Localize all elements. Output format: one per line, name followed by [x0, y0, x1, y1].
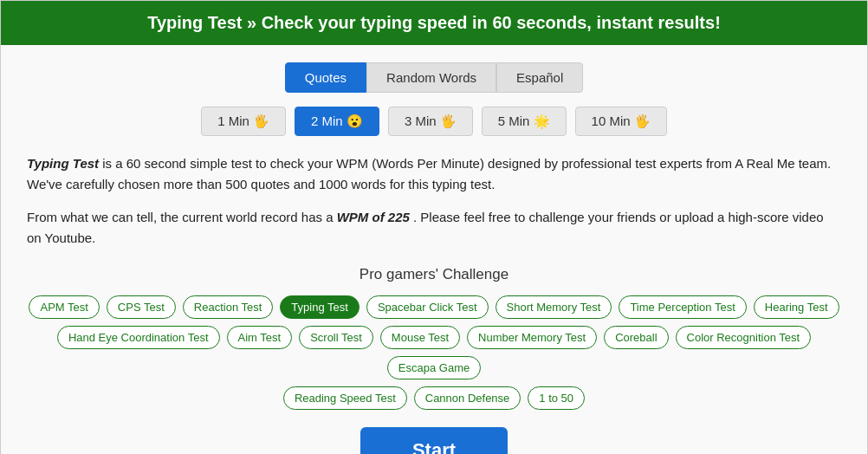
- header-title: Typing Test » Check your typing speed in…: [147, 13, 721, 32]
- main-content: Quotes Random Words Español 1 Min 🖐 2 Mi…: [1, 45, 867, 454]
- description-text1: is a 60 second simple test to check your…: [27, 156, 831, 191]
- start-button[interactable]: Start: [360, 427, 508, 454]
- tag-cps-test[interactable]: CPS Test: [107, 295, 176, 319]
- tag-time-perception[interactable]: Time Perception Test: [619, 295, 746, 319]
- challenge-tags-row1: APM Test CPS Test Reaction Test Typing T…: [27, 295, 841, 319]
- main-container: Typing Test » Check your typing speed in…: [0, 0, 868, 454]
- tag-typing-test[interactable]: Typing Test: [280, 295, 360, 319]
- time-5min[interactable]: 5 Min 🌟: [482, 107, 567, 136]
- description-line1: Typing Test is a 60 second simple test t…: [27, 153, 841, 195]
- wpm-record: WPM of 225: [337, 210, 410, 224]
- description-prefix2: From what we can tell, the current world…: [27, 210, 337, 224]
- tag-number-memory[interactable]: Number Memory Test: [467, 326, 597, 349]
- tab-random-words[interactable]: Random Words: [366, 62, 496, 93]
- tag-short-memory[interactable]: Short Memory Test: [496, 295, 612, 319]
- time-option-group: 1 Min 🖐 2 Min 😮 3 Min 🖐 5 Min 🌟 10 Min 🖐: [27, 107, 841, 136]
- time-10min[interactable]: 10 Min 🖐: [575, 107, 667, 136]
- tag-color-recognition[interactable]: Color Recognition Test: [676, 326, 812, 349]
- tag-spacebar-click[interactable]: Spacebar Click Test: [366, 295, 489, 319]
- typing-test-label: Typing Test: [27, 156, 99, 171]
- tag-aim-test[interactable]: Aim Test: [227, 326, 293, 349]
- challenge-title: Pro gamers' Challenge: [27, 266, 841, 283]
- tab-espanol[interactable]: Español: [496, 62, 583, 93]
- description-line2: From what we can tell, the current world…: [27, 207, 841, 249]
- challenge-section: Pro gamers' Challenge APM Test CPS Test …: [27, 266, 841, 454]
- time-3min[interactable]: 3 Min 🖐: [388, 107, 473, 136]
- time-1min[interactable]: 1 Min 🖐: [201, 107, 286, 136]
- tag-hearing-test[interactable]: Hearing Test: [754, 295, 839, 319]
- tag-cannon-defense[interactable]: Cannon Defense: [414, 386, 521, 410]
- tab-quotes[interactable]: Quotes: [285, 62, 366, 93]
- tab-group: Quotes Random Words Español: [27, 62, 841, 93]
- tag-reading-speed[interactable]: Reading Speed Test: [283, 386, 407, 410]
- challenge-tags-row2: Hand Eye Coordination Test Aim Test Scro…: [27, 326, 841, 379]
- tag-reaction-test[interactable]: Reaction Test: [183, 295, 274, 319]
- tag-mouse-test[interactable]: Mouse Test: [380, 326, 460, 349]
- tag-coreball[interactable]: Coreball: [604, 326, 668, 349]
- time-2min[interactable]: 2 Min 😮: [295, 107, 379, 136]
- tag-scroll-test[interactable]: Scroll Test: [299, 326, 373, 349]
- tag-1to50[interactable]: 1 to 50: [528, 386, 585, 410]
- page-header: Typing Test » Check your typing speed in…: [1, 1, 867, 45]
- challenge-tags-row3: Reading Speed Test Cannon Defense 1 to 5…: [27, 386, 841, 410]
- tag-apm-test[interactable]: APM Test: [29, 295, 99, 319]
- tag-escapa-game[interactable]: Escapa Game: [387, 356, 481, 379]
- tag-hand-eye[interactable]: Hand Eye Coordination Test: [57, 326, 220, 349]
